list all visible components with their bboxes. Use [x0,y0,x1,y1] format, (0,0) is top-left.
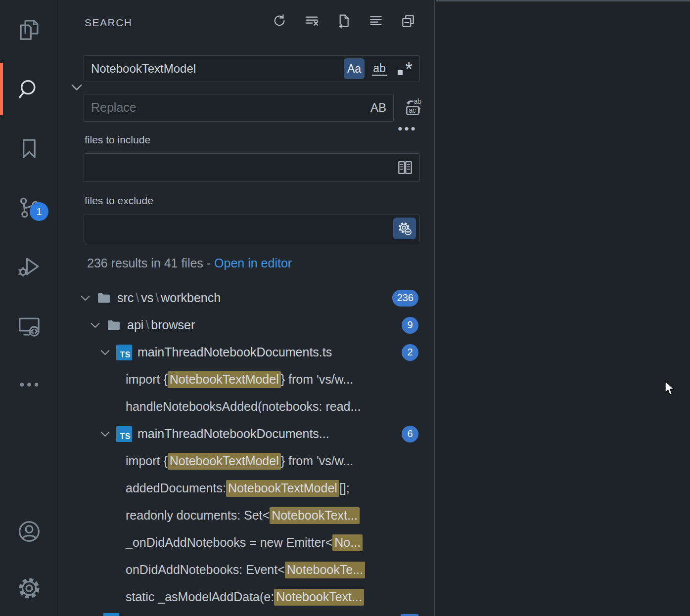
remote-explorer-icon[interactable] [0,299,58,353]
match-highlight: NotebookTextModel [168,371,281,388]
result-count-badge: 2 [402,344,418,361]
match-case-toggle[interactable]: Aa [344,58,365,79]
ts-file-icon: TS [116,426,132,442]
search-field: Aa ab [84,55,420,82]
replace-field: AB [84,94,394,122]
file-name: mainThreadNotebookDocuments... [138,427,329,441]
result-file-row[interactable]: TSmainThreadNotebookDocuments.ts2 [59,339,435,366]
folder-name: src\vs\workbench [117,291,221,305]
match-highlight: NotebookText... [270,507,360,524]
result-count-badge: 236 [392,290,418,307]
match-highlight: NotebookTe... [285,562,365,578]
folder-icon [106,318,121,333]
exclude-settings-gear-icon[interactable] [393,218,416,239]
partial-next-row [59,613,435,616]
explorer-icon[interactable] [0,2,58,57]
result-match-row[interactable]: addedDocuments: NotebookTextModel[]; [59,475,435,502]
scm-badge: 1 [30,202,48,221]
match-highlight: No... [332,534,363,551]
result-match-row[interactable]: _onDidAddNotebooks = new Emitter<No... [59,529,435,556]
new-search-editor-icon[interactable] [336,13,352,29]
view-as-list-icon[interactable] [368,13,384,29]
open-in-editor-link[interactable]: Open in editor [214,256,292,270]
result-file-row[interactable]: TSmainThreadNotebookDocuments...6 [59,420,435,447]
result-folder-row[interactable]: api\browser9 [59,311,435,339]
result-match-row[interactable]: onDidAddNotebooks: Event<NotebookTe... [59,556,435,583]
search-icon[interactable] [0,62,58,116]
account-icon[interactable] [0,504,58,559]
ts-icon-sliver [103,613,119,616]
svg-text:ac: ac [409,107,416,114]
result-match-row[interactable]: import { NotebookTextModel } from 'vs/w.… [59,366,435,393]
refresh-icon[interactable] [272,13,287,29]
open-editors-book-icon[interactable] [396,158,414,177]
editor-area[interactable] [436,0,690,616]
result-count-badge: 9 [402,317,418,334]
chevron-down-icon[interactable] [98,346,112,359]
results-summary: 236 results in 41 files - Open in editor [87,256,292,270]
match-highlight: NotebookTextModel [226,480,339,497]
match-highlight: NotebookText... [274,589,364,606]
results-tree: src\vs\workbench236api\browser9TSmainThr… [59,284,435,611]
regex-toggle[interactable] [394,58,415,79]
collapse-all-icon[interactable] [400,13,416,29]
chevron-down-icon[interactable] [98,427,112,440]
files-to-exclude-field [84,215,420,242]
chevron-down-icon[interactable] [79,291,92,305]
activity-bar: 1 [0,0,58,616]
panel-title: SEARCH [85,17,133,29]
result-match-row[interactable]: import { NotebookTextModel } from 'vs/w.… [59,447,435,475]
summary-separator: - [203,256,214,270]
result-folder-row[interactable]: src\vs\workbench236 [59,284,435,311]
svg-text:ab: ab [414,98,422,105]
bookmarks-icon[interactable] [0,121,58,176]
result-match-row[interactable]: handleNotebooksAdded(notebooks: read... [59,393,435,420]
preserve-case-toggle[interactable]: AB [370,101,386,115]
replace-all-icon[interactable]: ac ab [401,97,423,119]
search-options: Aa ab [344,58,415,79]
result-count-badge: 6 [402,426,418,442]
chevron-down-icon[interactable] [89,318,102,332]
source-control-icon[interactable]: 1 [0,180,58,235]
whole-word-toggle[interactable]: ab [369,58,390,79]
run-debug-icon[interactable] [0,240,58,294]
panel-header-actions [272,13,416,29]
search-sidebar: SEARCH [59,0,435,616]
file-name: mainThreadNotebookDocuments.ts [138,345,332,359]
files-to-include-input[interactable] [84,161,396,175]
result-match-row[interactable]: readonly documents: Set<NotebookText... [59,502,435,529]
folder-icon [96,291,111,306]
match-case-label: Aa [347,62,361,76]
ts-file-icon: TS [116,345,132,360]
files-to-include-label: files to include [85,134,150,146]
regex-icon [396,60,413,78]
more-actions-icon[interactable] [0,357,58,412]
files-to-exclude-input[interactable] [84,221,393,235]
whole-word-label: ab [372,62,387,76]
settings-gear-icon[interactable] [0,561,58,616]
toggle-search-details-icon[interactable]: ••• [397,122,418,135]
folder-name: api\browser [127,318,195,332]
match-highlight: NotebookTextModel [168,453,281,470]
results-count: 236 results in 41 files [87,256,203,270]
files-to-exclude-label: files to exclude [85,195,153,207]
clear-results-icon[interactable] [304,13,320,29]
replace-input[interactable] [84,101,370,115]
result-match-row[interactable]: static _asModelAddData(e: NotebookText..… [59,583,435,611]
toggle-replace-chevron-icon[interactable] [69,79,85,95]
mouse-cursor [664,381,677,396]
files-to-include-field [84,153,420,182]
search-input[interactable] [84,62,344,76]
badge-sliver [401,614,418,616]
